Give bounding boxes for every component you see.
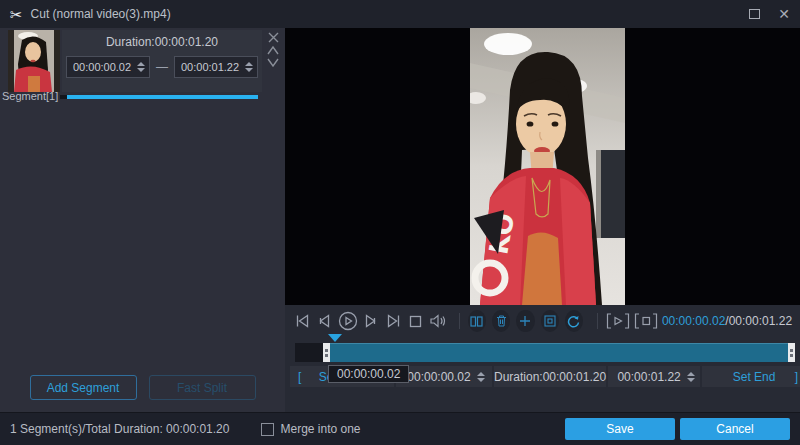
time-display: 00:00:00.02/00:00:01.22	[662, 314, 792, 328]
segment-name-label: Segment[1]	[0, 90, 60, 102]
plus-icon	[519, 315, 531, 327]
close-button[interactable]: ✕	[778, 7, 790, 21]
next-frame-button[interactable]	[362, 310, 380, 332]
divider	[597, 313, 598, 329]
play-segment-icon	[606, 313, 630, 329]
status-bar: 1 Segment(s)/Total Duration: 00:00:01.20…	[0, 412, 800, 445]
trim-start-input[interactable]	[396, 366, 492, 387]
end-bracket: ]	[795, 370, 798, 384]
split-segment-button[interactable]	[468, 310, 486, 332]
stop-icon	[409, 315, 422, 328]
play-button[interactable]	[338, 310, 358, 332]
trim-start-value[interactable]	[399, 370, 473, 384]
delete-segment-icon[interactable]	[268, 32, 279, 43]
previous-frame-button[interactable]	[315, 310, 333, 332]
segment-end-value[interactable]	[175, 61, 241, 73]
segment-end-input[interactable]	[174, 56, 258, 78]
segments-summary: 1 Segment(s)/Total Duration: 00:00:01.20	[10, 422, 229, 436]
save-button[interactable]: Save	[565, 418, 675, 440]
maximize-button[interactable]	[749, 9, 760, 19]
previous-frame-icon	[317, 314, 332, 328]
trim-start-handle[interactable]	[323, 343, 330, 362]
trim-end-input[interactable]	[608, 366, 700, 387]
copy-icon	[544, 315, 556, 327]
merge-into-one-option[interactable]: Merge into one	[261, 422, 360, 436]
stop-button[interactable]	[406, 310, 424, 332]
stop-segment-button[interactable]	[634, 310, 658, 332]
set-end-label: Set End	[733, 370, 776, 384]
skip-to-start-icon	[295, 314, 310, 328]
divider	[459, 313, 460, 329]
set-end-button[interactable]: Set End ]	[702, 366, 800, 387]
playhead-marker[interactable]	[328, 334, 342, 342]
cut-dialog-window: ✂ Cut (normal video(3).mp4) ✕	[0, 0, 800, 445]
reset-icon	[567, 315, 580, 328]
move-segment-down-icon[interactable]	[267, 58, 279, 67]
segment-start-stepper[interactable]	[133, 62, 149, 72]
merge-checkbox-label: Merge into one	[280, 422, 360, 436]
split-icon	[470, 316, 483, 327]
stop-segment-icon	[634, 313, 658, 329]
trash-icon	[496, 315, 507, 327]
scissors-icon: ✂	[10, 7, 23, 22]
trim-duration-label: Duration:00:00:01.20	[494, 366, 606, 387]
range-dash: —	[156, 60, 168, 74]
segment-thumbnail[interactable]	[8, 30, 60, 92]
maximize-icon	[749, 9, 760, 19]
segment-start-input[interactable]	[66, 56, 150, 78]
play-icon	[338, 311, 358, 331]
skip-to-start-button[interactable]	[293, 310, 311, 332]
window-title: Cut (normal video(3).mp4)	[31, 7, 171, 21]
trim-end-value[interactable]	[609, 370, 683, 384]
copy-segment-button[interactable]	[541, 310, 559, 332]
timeline-leading-area	[295, 343, 323, 362]
next-frame-icon	[363, 314, 378, 328]
selected-range[interactable]	[330, 343, 788, 362]
volume-button[interactable]	[428, 310, 446, 332]
trim-start-stepper[interactable]	[473, 372, 489, 382]
trim-end-stepper[interactable]	[683, 372, 699, 382]
add-segment-button[interactable]: Add Segment	[30, 375, 137, 400]
merge-checkbox[interactable]	[261, 423, 274, 436]
fast-split-button[interactable]: Fast Split	[149, 375, 256, 400]
playback-controls: 00:00:00.02/00:00:01.22	[285, 308, 800, 334]
segment-entry[interactable]: Duration:00:00:01.20 —	[0, 28, 285, 103]
move-segment-up-icon[interactable]	[267, 46, 279, 55]
thumbnail-image	[8, 30, 60, 92]
preview-area: KO	[285, 28, 800, 412]
start-bracket: [	[298, 370, 301, 384]
cancel-button[interactable]: Cancel	[680, 418, 790, 440]
add-button[interactable]	[516, 310, 534, 332]
trim-end-handle[interactable]	[788, 343, 795, 362]
skip-to-end-button[interactable]	[384, 310, 402, 332]
segment-list-panel: Duration:00:00:01.20 —	[0, 28, 285, 412]
segment-duration-label: Duration:00:00:01.20	[62, 30, 262, 49]
segment-end-stepper[interactable]	[241, 62, 257, 72]
segment-progress-bar	[60, 95, 258, 99]
timeline-track[interactable]	[295, 343, 795, 362]
video-frame-image: KO	[470, 28, 625, 305]
skip-to-end-icon	[386, 314, 401, 328]
video-preview: KO	[285, 28, 800, 305]
delete-button[interactable]	[492, 310, 510, 332]
title-bar: ✂ Cut (normal video(3).mp4) ✕	[0, 0, 800, 28]
segment-start-value[interactable]	[67, 61, 133, 73]
volume-icon	[429, 314, 447, 328]
total-time: /00:00:01.22	[725, 314, 792, 328]
play-segment-button[interactable]	[606, 310, 630, 332]
timeline[interactable]: 00:00:00.02	[295, 334, 795, 362]
playhead-tooltip: 00:00:00.02	[328, 365, 409, 383]
segment-detail-box: Duration:00:00:01.20 —	[62, 30, 262, 92]
current-time: 00:00:00.02	[662, 314, 725, 328]
reset-button[interactable]	[565, 310, 583, 332]
